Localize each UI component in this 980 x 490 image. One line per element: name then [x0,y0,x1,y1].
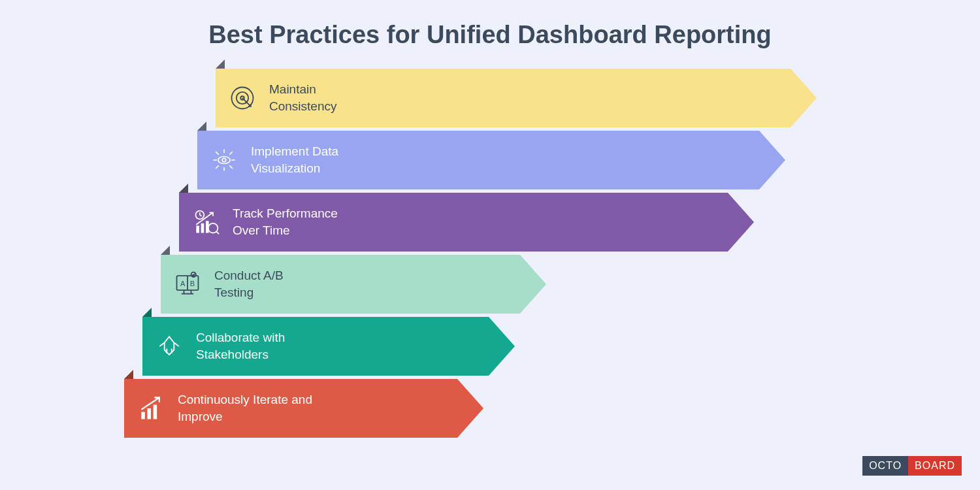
arrow-diagram: Maintain Consistency [124,69,843,438]
svg-rect-31 [141,412,145,419]
svg-text:A: A [180,280,186,287]
chart-clock-icon [191,207,221,237]
arrow-head [520,255,546,314]
eye-focus-icon [209,145,239,175]
row-label: Conduct A/B Testing [214,267,284,301]
arrow-head [791,69,817,127]
page-title: Best Practices for Unified Dashboard Rep… [0,0,980,49]
row-label: Track Performance Over Time [233,205,338,238]
arrow-bar: Implement Data Visualization [197,131,785,189]
svg-line-16 [200,215,202,216]
row-notch [124,370,133,379]
arrow-head [728,193,754,252]
svg-rect-18 [201,223,204,233]
svg-rect-17 [196,226,199,233]
svg-line-10 [216,152,219,155]
arrow-head [759,131,785,189]
diagram-row: A B Conduct A/B Testing [124,255,843,314]
row-label: Continuously Iterate and Improve [178,391,312,425]
svg-point-4 [218,157,230,164]
hands-icon [154,331,184,361]
svg-line-12 [229,152,233,155]
svg-line-3 [242,98,251,106]
logo-right: BOARD [908,456,962,476]
arrow-head [457,379,483,438]
arrow-head [489,317,515,376]
diagram-row: Continuously Iterate and Improve [124,379,843,438]
svg-line-13 [216,165,219,169]
svg-point-5 [222,158,226,162]
diagram-row: Collaborate with Stakeholders [124,317,843,376]
logo-left: OCTO [862,456,908,476]
arrow-bar: Continuously Iterate and Improve [124,379,483,438]
growth-icon [136,393,166,423]
row-notch [142,308,152,317]
arrow-bar: Collaborate with Stakeholders [142,317,515,376]
target-icon [227,83,257,113]
row-label: Maintain Consistency [269,81,337,114]
diagram-row: Implement Data Visualization [124,131,843,189]
svg-line-22 [216,231,220,235]
arrow-bar: Track Performance Over Time [179,193,754,252]
row-notch [179,184,188,193]
brand-logo: OCTO BOARD [862,456,962,476]
arrow-bar: A B Conduct A/B Testing [161,255,546,314]
svg-rect-33 [154,405,157,419]
row-notch [216,59,225,69]
row-label: Collaborate with Stakeholders [196,329,285,363]
diagram-row: Maintain Consistency [124,69,843,127]
svg-line-11 [229,165,233,169]
row-notch [161,246,170,255]
row-label: Implement Data Visualization [251,143,338,176]
svg-rect-32 [148,408,152,419]
diagram-row: Track Performance Over Time [124,193,843,252]
ab-test-icon: A B [172,269,203,299]
svg-text:B: B [190,280,195,287]
row-notch [197,122,206,131]
arrow-bar: Maintain Consistency [216,69,817,127]
